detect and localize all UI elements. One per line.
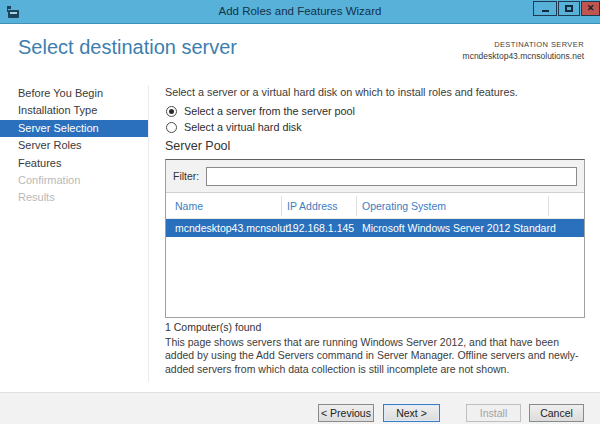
radio-select-vhd[interactable]: Select a virtual hard disk bbox=[166, 121, 302, 133]
sidebar-item-results: Results bbox=[0, 189, 148, 206]
table-row[interactable]: mcndesktop43.mcnsolut... 192.168.1.145 M… bbox=[166, 219, 584, 237]
destination-server-value: mcndesktop43.mcnsolutions.net bbox=[463, 51, 584, 61]
maximize-button[interactable] bbox=[558, 1, 580, 16]
sidebar-item-server-selection[interactable]: Server Selection bbox=[0, 120, 148, 137]
destination-server-label: DESTINATION SERVER bbox=[463, 40, 584, 49]
computers-found-text: 1 Computer(s) found bbox=[165, 321, 261, 333]
window-controls: ✕ bbox=[533, 1, 600, 16]
cell-server-name: mcndesktop43.mcnsolut... bbox=[175, 222, 297, 234]
install-button: Install bbox=[466, 404, 521, 422]
window-title: Add Roles and Features Wizard bbox=[0, 0, 600, 24]
minimize-icon bbox=[542, 10, 549, 12]
radio-unselected-icon bbox=[166, 122, 177, 133]
server-pool-heading: Server Pool bbox=[165, 139, 230, 153]
previous-button[interactable]: < Previous bbox=[318, 404, 374, 422]
sidebar-item-before-you-begin[interactable]: Before You Begin bbox=[0, 85, 148, 102]
page-description: This page shows servers that are running… bbox=[165, 336, 584, 376]
sidebar-item-confirmation: Confirmation bbox=[0, 172, 148, 189]
filter-row: Filter: bbox=[166, 160, 584, 193]
close-icon: ✕ bbox=[587, 4, 595, 13]
sidebar-item-features[interactable]: Features bbox=[0, 155, 148, 172]
column-divider bbox=[356, 196, 357, 216]
wizard-window: Add Roles and Features Wizard ✕ Select d… bbox=[0, 0, 600, 424]
radio-selected-icon bbox=[166, 106, 177, 117]
sidebar-item-server-roles[interactable]: Server Roles bbox=[0, 137, 148, 154]
radio-label: Select a server from the server pool bbox=[184, 105, 355, 117]
minimize-button[interactable] bbox=[533, 1, 557, 16]
cancel-button[interactable]: Cancel bbox=[529, 404, 584, 422]
wizard-steps-nav: Before You Begin Installation Type Serve… bbox=[0, 85, 148, 207]
page-title: Select destination server bbox=[18, 36, 237, 59]
maximize-icon bbox=[565, 5, 573, 12]
server-pool-table: Filter: Name IP Address Operating System… bbox=[165, 159, 585, 318]
titlebar: Add Roles and Features Wizard ✕ bbox=[0, 0, 600, 24]
destination-server-block: DESTINATION SERVER mcndesktop43.mcnsolut… bbox=[463, 40, 584, 61]
sidebar-divider bbox=[148, 85, 149, 382]
column-divider bbox=[548, 196, 549, 216]
column-header-ip-address[interactable]: IP Address bbox=[287, 200, 338, 212]
close-button[interactable]: ✕ bbox=[581, 1, 600, 16]
cell-ip-address: 192.168.1.145 bbox=[287, 222, 354, 234]
sidebar-item-installation-type[interactable]: Installation Type bbox=[0, 102, 148, 119]
radio-label: Select a virtual hard disk bbox=[184, 121, 302, 133]
column-header-name[interactable]: Name bbox=[175, 200, 203, 212]
filter-label: Filter: bbox=[173, 170, 199, 182]
filter-input[interactable] bbox=[206, 167, 577, 186]
radio-select-server-pool[interactable]: Select a server from the server pool bbox=[166, 105, 355, 117]
next-button[interactable]: Next > bbox=[383, 404, 440, 422]
column-divider bbox=[281, 196, 282, 216]
cell-operating-system: Microsoft Windows Server 2012 Standard bbox=[362, 222, 556, 234]
intro-text: Select a server or a virtual hard disk o… bbox=[165, 86, 518, 98]
table-header-row: Name IP Address Operating System bbox=[166, 193, 584, 219]
button-bar: < Previous Next > Install Cancel bbox=[0, 392, 600, 424]
column-header-operating-system[interactable]: Operating System bbox=[362, 200, 446, 212]
